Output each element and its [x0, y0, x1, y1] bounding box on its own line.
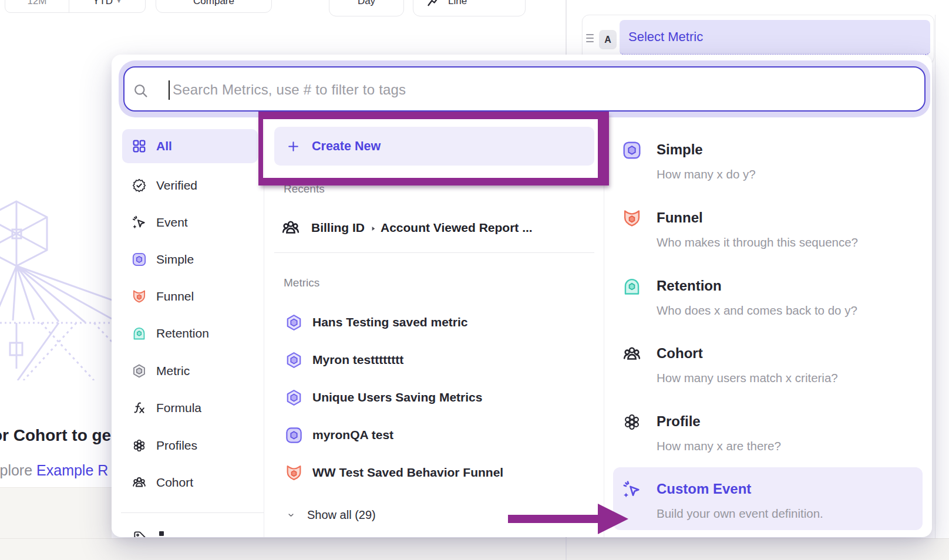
metric-icon [132, 363, 147, 379]
metric-type-title: Profile [657, 413, 701, 430]
metric-name: myronQA test [312, 428, 393, 442]
recent-metric-row[interactable]: Billing ID Account Viewed Report ... [281, 211, 594, 245]
empty-state-subtext: xplore Example R [0, 462, 108, 479]
metric-list-item[interactable]: WW Test Saved Behavior Funnel [285, 459, 594, 486]
drag-handle-icon[interactable] [586, 34, 594, 43]
sidebar-item-retention[interactable]: Retention [122, 316, 258, 350]
sidebar-item-label: Profiles [156, 438, 197, 453]
tag-icon [133, 530, 147, 537]
search-placeholder: Search Metrics, use # to filter to tags [173, 81, 406, 98]
recent-report-name: Account Viewed Report ... [381, 221, 533, 235]
metric-type-funnel[interactable]: FunnelWho makes it through this sequence… [622, 208, 921, 253]
metric-name: Unique Users Saving Metrics [312, 390, 482, 404]
sidebar-item-label: Formula [156, 401, 201, 415]
text-caret [169, 80, 170, 100]
chevron-down-icon [287, 511, 295, 519]
line-chart-icon [426, 0, 440, 8]
annotation-rectangle [258, 112, 609, 185]
metric-list-item[interactable]: Hans Testing saved metric [285, 309, 594, 336]
sidebar-item-label: Retention [156, 326, 209, 340]
sidebar-item-funnel[interactable]: Funnel [122, 279, 258, 313]
sidebar-item-label: Verified [156, 178, 197, 193]
funnel-icon [622, 208, 642, 228]
select-metric-button[interactable]: Select Metric [620, 20, 930, 55]
retention-icon [622, 276, 642, 296]
sidebar-item-label: Metric [156, 364, 190, 378]
simple-icon [285, 426, 303, 444]
metric-type-custom-event[interactable]: Custom EventBuild your own event definit… [622, 480, 921, 524]
metric-type-title: Simple [657, 141, 703, 158]
sidebar-item-cohort[interactable]: Cohort [122, 465, 258, 500]
formula-icon [132, 400, 147, 416]
profiles-icon [132, 438, 147, 453]
breadcrumb-arrow-icon [369, 224, 378, 233]
metric-type-title: Custom Event [657, 481, 751, 497]
metric-hex-icon [285, 313, 303, 332]
section-divider [274, 252, 594, 253]
show-all-toggle[interactable]: Show all (29) [287, 502, 463, 527]
profiles-icon [622, 412, 642, 432]
metric-type-profile[interactable]: ProfileHow many x are there? [622, 412, 921, 457]
metric-type-title: Cohort [657, 345, 703, 362]
empty-state-heading: or Cohort to ge [0, 426, 111, 445]
metric-name: WW Test Saved Behavior Funnel [312, 465, 503, 480]
metric-list-item[interactable]: Unique Users Saving Metrics [285, 384, 594, 411]
sidebar-item-all[interactable]: All [122, 129, 258, 163]
chevron-down-icon: ▼ [116, 0, 122, 4]
sidebar-item-label: Simple [156, 252, 194, 266]
range-ytd-button[interactable]: YTD▼ [69, 0, 145, 12]
date-range-segmented-control: 12M YTD▼ [5, 0, 146, 13]
funnel-icon [285, 464, 303, 482]
metric-type-subtitle: How many x are there? [657, 439, 781, 453]
annotation-arrow [505, 499, 631, 535]
metric-type-retention[interactable]: RetentionWho does x and comes back to do… [622, 276, 921, 321]
sidebar-item-simple[interactable]: Simple [122, 242, 258, 276]
sidebar-item-metric[interactable]: Metric [122, 354, 258, 388]
funnel-icon [132, 289, 147, 304]
metric-type-title: Funnel [657, 210, 703, 226]
cohort-icon [132, 475, 147, 490]
metric-type-simple[interactable]: SimpleHow many x do y? [622, 140, 921, 185]
example-link[interactable]: Example [36, 462, 93, 478]
range-12m-button[interactable]: 12M [5, 0, 69, 12]
metric-hex-icon [285, 351, 303, 369]
sidebar-item-profiles[interactable]: Profiles [122, 429, 258, 463]
simple-icon [622, 140, 642, 160]
sidebar-bottom-divider [121, 512, 264, 513]
event-icon [132, 215, 147, 230]
metric-type-cohort[interactable]: CohortHow many users match x criteria? [622, 344, 921, 389]
metrics-section-label: Metrics [284, 276, 319, 289]
grid-icon [132, 139, 147, 154]
explore-text: xplore [0, 462, 32, 478]
verified-icon [132, 178, 147, 193]
sidebar-item-formula[interactable]: Formula [122, 391, 258, 425]
cohort-icon [281, 218, 301, 238]
metric-hex-icon [285, 389, 303, 407]
sidebar-item-label: All [156, 139, 172, 153]
metric-type-subtitle: Who makes it through this sequence? [657, 235, 858, 249]
clause-letter-badge: A [599, 30, 617, 49]
sidebar-item-label: Funnel [156, 289, 194, 303]
metric-type-subtitle: Who does x and comes back to do y? [657, 303, 857, 318]
sidebar-item-label: Event [156, 215, 188, 230]
retention-icon [132, 326, 147, 341]
sidebar-item-verified[interactable]: Verified [122, 168, 258, 203]
sidebar-item-partial[interactable] [132, 529, 249, 537]
day-granularity-button[interactable]: Day [329, 0, 404, 16]
metric-type-subtitle: Build your own event definition. [657, 507, 823, 521]
clipped-label-fragment [159, 531, 164, 536]
compare-button[interactable]: Compare [156, 0, 272, 13]
sidebar-item-event[interactable]: Event [122, 205, 258, 239]
metric-type-title: Retention [657, 278, 722, 294]
page-background-bottom [0, 538, 949, 560]
screen: or Cohort to ge xplore Example R 12M YTD… [0, 0, 949, 560]
metric-list-item[interactable]: myronQA test [285, 421, 594, 448]
event-icon [622, 480, 642, 500]
metric-list-item[interactable]: Myron testttttttt [285, 346, 594, 373]
metric-type-subtitle: How many x do y? [657, 167, 756, 181]
metric-type-subtitle: How many users match x criteria? [657, 371, 838, 385]
line-chart-type-button[interactable]: Line [413, 0, 526, 16]
show-all-label: Show all (29) [307, 508, 376, 522]
metric-name: Hans Testing saved metric [312, 315, 468, 329]
recent-event-name: Billing ID [311, 221, 365, 235]
